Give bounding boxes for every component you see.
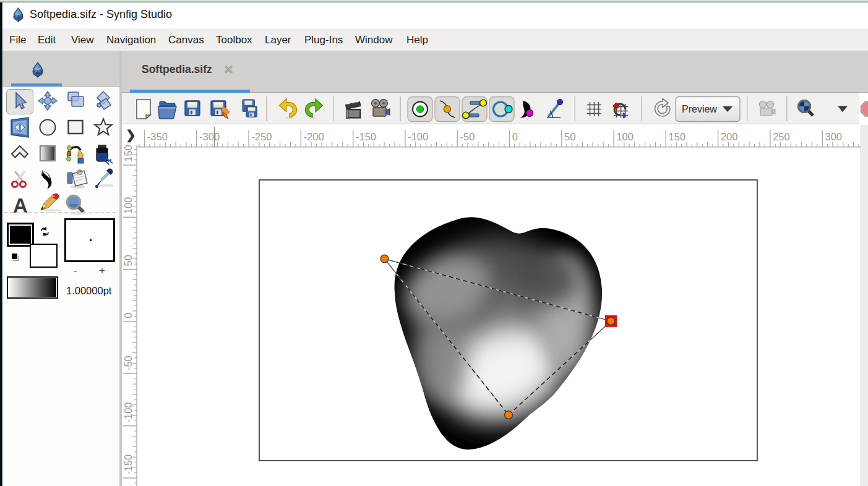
svg-text:-250: -250	[251, 131, 272, 142]
svg-text:150: 150	[669, 131, 686, 142]
svg-text:100: 100	[122, 197, 134, 215]
svg-text:-150: -150	[356, 131, 376, 142]
svg-text:250: 250	[773, 131, 790, 142]
svg-text:50: 50	[122, 255, 134, 266]
svg-text:300: 300	[825, 131, 843, 142]
svg-text:-100: -100	[408, 131, 428, 142]
svg-text:-50: -50	[460, 131, 475, 142]
svg-text:150: 150	[122, 145, 134, 162]
svg-text:-200: -200	[304, 131, 324, 142]
svg-text:-350: -350	[147, 131, 168, 142]
svg-text:-100: -100	[122, 402, 134, 422]
svg-text:200: 200	[721, 131, 738, 142]
svg-text:50: 50	[564, 131, 575, 142]
svg-text:0: 0	[122, 313, 134, 318]
svg-text:-150: -150	[122, 454, 134, 475]
svg-text:0: 0	[512, 131, 518, 142]
svg-text:-300: -300	[199, 131, 220, 142]
svg-text:-50: -50	[122, 356, 134, 370]
svg-text:100: 100	[616, 131, 634, 142]
svg-text:Preview: Preview	[682, 104, 717, 114]
